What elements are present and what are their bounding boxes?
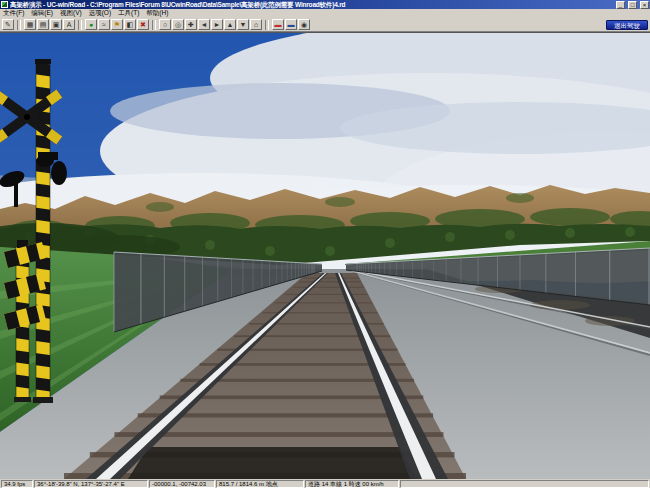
close-button[interactable]: × [640,1,649,9]
deck-shadow-band [128,447,416,479]
toolbar-separator [78,20,82,30]
toolbar-separator [265,20,269,30]
menu-tools[interactable]: 工具(T) [118,9,139,18]
window-title: 高架桥演示 - UC-win/Road - C:\Program Files\F… [10,0,613,9]
marker-blue-icon[interactable]: ▬ [285,19,297,30]
menu-help[interactable]: 帮助(H) [146,9,168,18]
run-tool-icon[interactable]: ● [85,19,97,30]
layers-tool-icon[interactable]: ▤ [37,19,49,30]
marker-red-icon[interactable]: ▬ [272,19,284,30]
menu-edit[interactable]: 编辑(E) [31,9,53,18]
image-tool-icon[interactable]: ▦ [24,19,36,30]
pan-down-icon[interactable]: ▼ [237,19,249,30]
status-empty [400,480,649,488]
delete-tool-icon[interactable]: ✖ [137,19,149,30]
status-offset: -00000.1, -00742.03 [149,480,215,488]
menu-file[interactable]: 文件(F) [3,9,24,18]
toolbar-separator [152,20,156,30]
target-tool-icon[interactable]: ◎ [172,19,184,30]
toolbar: ✎ ▦ ▤ ▣ A ● ≈ ⚑ ◧ ✖ ○ ◎ ✚ ◄ ► ▲ ▼ ⌂ ▬ ▬ … [0,18,650,32]
status-drive-info: 道路 14 車線 1 時速 00 km/h [305,480,399,488]
app-icon [1,1,8,8]
menubar: 文件(F) 编辑(E) 视图(V) 选项(O) 工具(T) 帮助(H) [0,9,650,18]
titlebar[interactable]: 高架桥演示 - UC-win/Road - C:\Program Files\F… [0,0,650,9]
menu-options[interactable]: 选项(O) [89,9,111,18]
flag-tool-icon[interactable]: ⚑ [111,19,123,30]
status-fps: 34.9 fps [1,480,33,488]
pan-right-icon[interactable]: ► [211,19,223,30]
toolbar-separator [17,20,21,30]
status-coordinates: 36°-18'-39.8" N, 137°-35'-27.4" E [34,480,148,488]
maximize-button[interactable]: □ [628,1,637,9]
app-window: 高架桥演示 - UC-win/Road - C:\Program Files\F… [0,0,650,488]
wave-tool-icon[interactable]: ≈ [98,19,110,30]
home-view-icon[interactable]: ⌂ [250,19,262,30]
status-position: 815.7 / 1814.6 m 地点 [216,480,304,488]
gate-chevron-panel [4,242,46,330]
text-tool-icon[interactable]: A [63,19,75,30]
menu-view[interactable]: 视图(V) [60,9,82,18]
exit-drive-button[interactable]: 退出驾驶 [606,20,648,30]
edit-tool-icon[interactable]: ✎ [2,19,14,30]
minimize-button[interactable]: _ [616,1,625,9]
camera-icon[interactable]: ◉ [298,19,310,30]
circle-tool-icon[interactable]: ○ [159,19,171,30]
3d-viewport[interactable] [0,32,650,479]
pan-left-icon[interactable]: ◄ [198,19,210,30]
box-tool-icon[interactable]: ◧ [124,19,136,30]
pan-up-icon[interactable]: ▲ [224,19,236,30]
add-tool-icon[interactable]: ✚ [185,19,197,30]
statusbar: 34.9 fps 36°-18'-39.8" N, 137°-35'-27.4"… [0,479,650,488]
save-tool-icon[interactable]: ▣ [50,19,62,30]
